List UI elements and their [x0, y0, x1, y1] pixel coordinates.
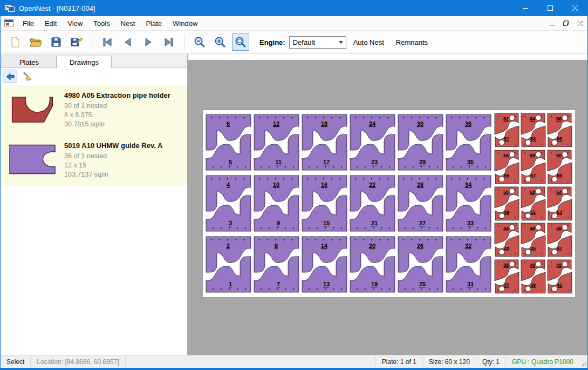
list-item[interactable]: 5019 A10 UHMW guide Rev. A 36 of 1 neste…: [1, 135, 187, 185]
menu-edit[interactable]: Edit: [39, 17, 62, 30]
toolbar-separator: [184, 35, 184, 49]
part-number: 26: [417, 243, 423, 249]
nested-part-pair[interactable]: 30 29: [396, 112, 445, 173]
drawing-info: 4980 A05 Extraction pipe holder 30 of 1 …: [64, 89, 170, 129]
nested-part-pair[interactable]: 36 35: [445, 112, 493, 173]
minimize-button[interactable]: [513, 0, 538, 16]
drawing-area: 30.7815 sq/in: [64, 120, 170, 129]
nested-part-pair[interactable]: 54 53: [546, 185, 573, 222]
engine-select[interactable]: Default: [289, 36, 346, 49]
tab-plates[interactable]: Plates: [2, 56, 57, 68]
nested-part-pair[interactable]: 64 63: [520, 112, 546, 149]
nested-part-pair[interactable]: 18 17: [300, 112, 348, 173]
part-number: 11: [275, 159, 282, 165]
nested-part-pair[interactable]: 24 23: [348, 112, 396, 173]
nested-part-pair[interactable]: 4 3: [204, 173, 252, 234]
nested-part-pair[interactable]: 60 59: [546, 149, 573, 185]
clear-drawings-button[interactable]: [20, 70, 35, 83]
tab-strip: Plates Drawings: [1, 54, 187, 68]
zoom-fit-button[interactable]: [232, 33, 249, 51]
left-panel: Plates Drawings 4980 A05 Extraction pi: [1, 54, 188, 355]
mdi-close-button[interactable]: [573, 17, 586, 29]
remnants-button[interactable]: Remnants: [391, 35, 433, 50]
send-to-plate-button[interactable]: [3, 70, 17, 83]
chevron-down-icon[interactable]: [337, 37, 346, 48]
part-number: 27: [419, 220, 426, 226]
part-number: 6: [227, 120, 230, 127]
nested-part-pair[interactable]: 16 15: [300, 173, 348, 234]
open-button[interactable]: [27, 33, 44, 51]
nested-part-pair[interactable]: 48 47: [546, 221, 573, 258]
nested-part-pair[interactable]: 34 33: [445, 173, 493, 234]
menu-plate[interactable]: Plate: [140, 17, 167, 30]
part-number: 57: [530, 173, 536, 178]
nested-part-pair[interactable]: 6 5: [204, 112, 252, 173]
save-button[interactable]: [47, 33, 65, 51]
next-plate-button[interactable]: [140, 33, 157, 51]
part-number: 33: [467, 220, 474, 226]
engine-selected-value: Default: [290, 38, 337, 46]
mdi-child-icon[interactable]: [4, 19, 14, 27]
previous-plate-button[interactable]: [119, 33, 136, 51]
plate[interactable]: 6 5 12 11 18 17 24 23 30 29 36 35: [203, 110, 575, 297]
nested-part-pair[interactable]: 58 57: [520, 149, 546, 185]
nested-part-pair[interactable]: 14 13: [300, 234, 348, 295]
tab-drawings[interactable]: Drawings: [57, 56, 112, 68]
maximize-button[interactable]: [538, 0, 563, 16]
new-button[interactable]: [6, 33, 24, 51]
nest-canvas[interactable]: 6 5 12 11 18 17 24 23 30 29 36 35: [188, 54, 587, 355]
zoom-in-button[interactable]: [211, 33, 229, 51]
close-button[interactable]: [563, 0, 587, 16]
nested-part-pair[interactable]: 40 39: [520, 258, 546, 295]
nested-part-pair[interactable]: 46 45: [520, 221, 546, 258]
menu-window[interactable]: Window: [167, 17, 203, 30]
nested-part-pair[interactable]: 62 61: [494, 112, 520, 149]
part-number: 51: [530, 209, 536, 214]
nested-part-pair[interactable]: 10 9: [252, 173, 300, 234]
first-plate-button[interactable]: [99, 33, 116, 51]
nested-part-pair[interactable]: 42 41: [546, 258, 573, 295]
mdi-restore-button[interactable]: [559, 17, 572, 29]
nested-part-pair[interactable]: 44 43: [494, 221, 520, 258]
drawing-nested-count: 36 of 1 nested: [64, 152, 162, 161]
nested-part-pair[interactable]: 26 25: [396, 234, 445, 295]
part-number: 19: [371, 281, 378, 287]
part-number: 31: [467, 281, 474, 287]
nested-part-pair[interactable]: 28 27: [396, 173, 445, 234]
nested-part-pair[interactable]: 32 31: [445, 234, 493, 295]
resize-grip[interactable]: [579, 355, 587, 368]
nested-part-pair[interactable]: 22 21: [348, 173, 396, 234]
part-number: 44: [503, 226, 509, 231]
mdi-minimize-button[interactable]: [545, 17, 558, 29]
nested-part-pair[interactable]: 50 49: [494, 185, 520, 222]
auto-nest-button[interactable]: Auto Nest: [348, 35, 389, 50]
part-number: 17: [323, 159, 330, 165]
nested-part-pair[interactable]: 8 7: [252, 234, 300, 295]
menu-file[interactable]: File: [17, 17, 39, 30]
app-body: Plates Drawings 4980 A05 Extraction pi: [1, 54, 587, 355]
list-item[interactable]: 4980 A05 Extraction pipe holder 30 of 1 …: [1, 85, 187, 135]
menu-tools[interactable]: Tools: [88, 17, 115, 30]
part-number: 25: [419, 281, 426, 287]
menu-view[interactable]: View: [62, 17, 88, 30]
nested-part-pair[interactable]: 20 19: [348, 234, 396, 295]
status-size: Size: 60 x 120: [422, 355, 476, 368]
last-plate-button[interactable]: [160, 33, 177, 51]
app-window: OpenNest - [N0317-004] File Edit View To…: [0, 0, 588, 370]
part-number: 36: [465, 120, 471, 127]
part-number: 55: [504, 173, 509, 178]
nested-part-pair[interactable]: 52 51: [520, 185, 546, 222]
nested-part-pair[interactable]: 56 55: [494, 149, 520, 185]
part-number: 24: [369, 120, 376, 127]
menu-nest[interactable]: Nest: [115, 17, 141, 30]
nested-part-pair[interactable]: 38 37: [494, 258, 520, 295]
nested-part-pair[interactable]: 2 1: [204, 234, 252, 295]
part-number: 42: [556, 263, 562, 268]
part-number: 53: [557, 209, 562, 214]
nested-part-pair[interactable]: 12 11: [252, 112, 300, 173]
zoom-out-button[interactable]: [191, 33, 208, 51]
mdi-minimize-icon: [550, 21, 555, 26]
save-as-button[interactable]: [68, 33, 85, 51]
nested-part-pair[interactable]: 66 65: [546, 112, 573, 149]
part-number: 22: [369, 181, 375, 188]
